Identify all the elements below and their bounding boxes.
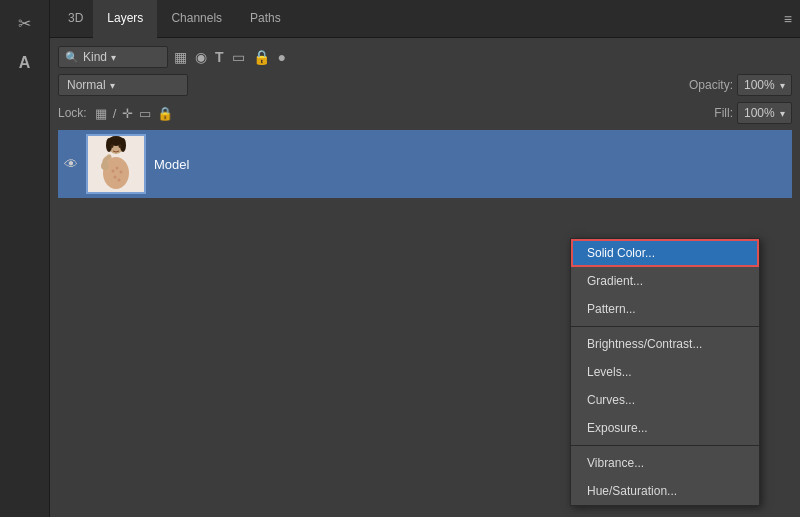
tab-3d[interactable]: 3D bbox=[58, 0, 93, 38]
filter-adjust-icon[interactable]: ◉ bbox=[195, 49, 207, 65]
svg-point-12 bbox=[114, 176, 117, 179]
blend-mode-arrow: ▾ bbox=[110, 80, 115, 91]
lock-move-icon[interactable]: ✛ bbox=[122, 106, 133, 121]
fill-arrow: ▾ bbox=[780, 108, 785, 119]
kind-select[interactable]: 🔍 Kind ▾ bbox=[58, 46, 168, 68]
kind-arrow: ▾ bbox=[111, 52, 116, 63]
filter-icons: ▦ ◉ T ▭ 🔒 ● bbox=[174, 49, 286, 65]
menu-item-solid-color[interactable]: Solid Color... bbox=[571, 239, 759, 267]
filter-pixel-icon[interactable]: ▦ bbox=[174, 49, 187, 65]
lock-artboard-icon[interactable]: ▭ bbox=[139, 106, 151, 121]
lock-pixels-icon[interactable]: ▦ bbox=[95, 106, 107, 121]
opacity-label: Opacity: bbox=[689, 78, 733, 92]
blend-mode-select[interactable]: Normal ▾ bbox=[58, 74, 188, 96]
fill-value-text: 100% bbox=[744, 106, 775, 120]
svg-point-11 bbox=[120, 171, 123, 174]
lock-draw-icon[interactable]: / bbox=[113, 106, 117, 121]
menu-item-hue-saturation[interactable]: Hue/Saturation... bbox=[571, 477, 759, 505]
svg-point-7 bbox=[111, 144, 114, 148]
svg-point-6 bbox=[101, 162, 109, 170]
menu-item-brightness-contrast[interactable]: Brightness/Contrast... bbox=[571, 330, 759, 358]
opacity-input[interactable]: 100% ▾ bbox=[737, 74, 792, 96]
kind-label: Kind bbox=[83, 50, 107, 64]
tab-paths[interactable]: Paths bbox=[236, 0, 295, 38]
filter-shape-icon[interactable]: ▭ bbox=[232, 49, 245, 65]
menu-item-exposure[interactable]: Exposure... bbox=[571, 414, 759, 442]
search-icon: 🔍 bbox=[65, 51, 79, 64]
lock-all-icon[interactable]: 🔒 bbox=[157, 106, 173, 121]
menu-item-curves[interactable]: Curves... bbox=[571, 386, 759, 414]
main-panel: 3D Layers Channels Paths ≡ 🔍 Kind ▾ ▦ ◉ … bbox=[50, 0, 800, 517]
layers-panel: 🔍 Kind ▾ ▦ ◉ T ▭ 🔒 ● Normal ▾ Opacity: bbox=[50, 38, 800, 517]
lock-label: Lock: bbox=[58, 106, 87, 120]
tab-layers[interactable]: Layers bbox=[93, 0, 157, 38]
scissors-tool[interactable]: ✂ bbox=[10, 8, 40, 38]
blend-mode-label: Normal bbox=[67, 78, 106, 92]
tab-bar: 3D Layers Channels Paths ≡ bbox=[50, 0, 800, 38]
menu-item-vibrance[interactable]: Vibrance... bbox=[571, 449, 759, 477]
opacity-arrow: ▾ bbox=[780, 80, 785, 91]
left-toolbar: ✂ A bbox=[0, 0, 50, 517]
filter-dot-icon[interactable]: ● bbox=[278, 49, 286, 65]
visibility-icon[interactable]: 👁 bbox=[64, 156, 78, 172]
opacity-value-text: 100% bbox=[744, 78, 775, 92]
panel-menu-icon[interactable]: ≡ bbox=[784, 11, 792, 27]
lock-row: Lock: ▦ / ✛ ▭ 🔒 Fill: 100% ▾ bbox=[58, 102, 792, 124]
svg-point-10 bbox=[116, 167, 119, 170]
menu-item-pattern[interactable]: Pattern... bbox=[571, 295, 759, 323]
text-tool[interactable]: A bbox=[10, 48, 40, 78]
svg-point-8 bbox=[119, 144, 122, 148]
layer-thumbnail bbox=[86, 134, 146, 194]
context-menu: Solid Color... Gradient... Pattern... Br… bbox=[570, 238, 760, 506]
filter-row: 🔍 Kind ▾ ▦ ◉ T ▭ 🔒 ● bbox=[58, 46, 792, 68]
layer-name: Model bbox=[154, 157, 189, 172]
fill-row: Fill: 100% ▾ bbox=[714, 102, 792, 124]
menu-item-levels[interactable]: Levels... bbox=[571, 358, 759, 386]
tab-channels[interactable]: Channels bbox=[157, 0, 236, 38]
svg-point-9 bbox=[112, 170, 115, 173]
fill-input[interactable]: 100% ▾ bbox=[737, 102, 792, 124]
menu-divider-2 bbox=[571, 445, 759, 446]
blend-row: Normal ▾ Opacity: 100% ▾ bbox=[58, 74, 792, 96]
filter-smart-icon[interactable]: 🔒 bbox=[253, 49, 270, 65]
layer-thumbnail-image bbox=[91, 135, 141, 193]
fill-label: Fill: bbox=[714, 106, 733, 120]
menu-item-gradient[interactable]: Gradient... bbox=[571, 267, 759, 295]
filter-type-icon[interactable]: T bbox=[215, 49, 224, 65]
opacity-row: Opacity: 100% ▾ bbox=[689, 74, 792, 96]
layer-item-model[interactable]: 👁 bbox=[58, 130, 792, 198]
menu-divider-1 bbox=[571, 326, 759, 327]
lock-icons: ▦ / ✛ ▭ 🔒 bbox=[95, 106, 174, 121]
svg-point-13 bbox=[118, 179, 121, 182]
